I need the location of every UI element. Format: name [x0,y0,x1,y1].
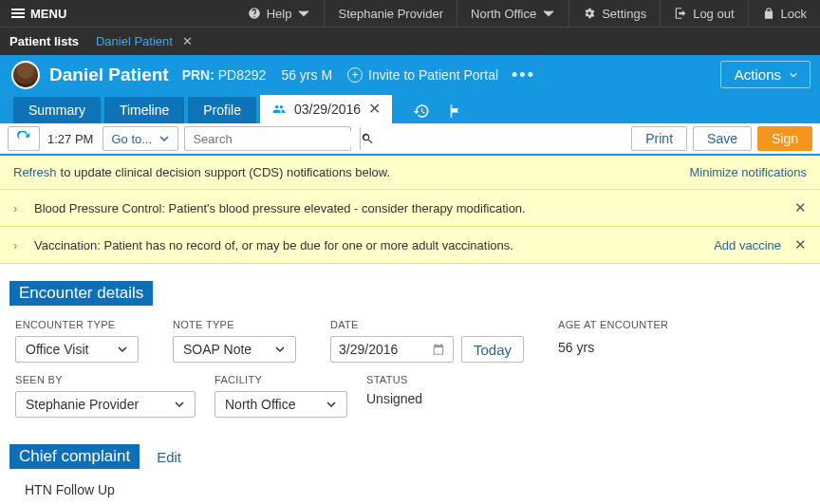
chief-complaint-heading: Chief complaint [9,444,140,469]
cds-row-vaccine: › Vaccination: Patient has no record of,… [0,227,820,264]
chief-complaint-value: HTN Follow Up [0,469,820,497]
help-label: Help [267,7,292,21]
history-icon[interactable] [413,103,430,120]
edit-chief-complaint-link[interactable]: Edit [157,449,181,465]
refresh-icon [16,131,31,146]
note-type-label: NOTE TYPE [173,319,296,330]
patient-age-sex: 56 yrs M [281,67,332,83]
status-value: Unsigned [366,391,422,406]
main-menu-button[interactable]: MENU [0,0,78,27]
cds-row-bp: › Blood Pressure Control: Patient's bloo… [0,190,820,227]
chevron-down-icon [117,344,128,355]
menu-label: MENU [30,7,66,21]
date-label: DATE [330,319,524,330]
hamburger-icon [11,9,25,18]
lock-icon [762,7,775,20]
save-button[interactable]: Save [693,126,752,151]
lock-label: Lock [781,7,807,21]
patient-lists-tab[interactable]: Patient lists [9,34,79,48]
gear-icon [583,7,596,20]
encounter-date-label: 03/29/2016 [294,102,361,117]
search-button[interactable] [360,127,374,150]
sign-button[interactable]: Sign [757,126,812,151]
tab-timeline[interactable]: Timeline [104,97,184,123]
search-field[interactable] [184,126,351,151]
people-icon [271,103,287,116]
patient-name: Daniel Patient [49,65,169,85]
facility-select[interactable]: North Office [214,391,347,418]
seen-by-value: Stephanie Provider [26,397,139,412]
minimize-notifications-link[interactable]: Minimize notifications [689,165,807,179]
encounter-details-heading: Encounter details [9,281,153,306]
chevron-right-icon[interactable]: › [13,201,23,215]
patient-avatar [11,61,40,89]
encounter-date-input[interactable]: 3/29/2016 [330,336,454,363]
lock-button[interactable]: Lock [748,0,820,27]
goto-label: Go to... [111,132,152,146]
age-at-encounter-label: AGE AT ENCOUNTER [558,319,668,330]
office-menu[interactable]: North Office [457,0,568,27]
status-label: STATUS [366,374,422,385]
help-menu[interactable]: Help [234,0,325,27]
close-tab-button[interactable]: ✕ [182,34,193,48]
office-name: North Office [471,7,536,21]
chevron-down-icon [158,133,170,144]
settings-label: Settings [602,7,646,21]
prn-value: PD8292 [218,67,267,83]
time-label: 1:27 PM [47,132,93,146]
calendar-icon [432,343,445,356]
chevron-down-icon [174,399,185,410]
tab-encounter[interactable]: 03/29/2016 ✕ [260,94,392,123]
chevron-right-icon[interactable]: › [13,238,23,252]
invite-portal-button[interactable]: + Invite to Patient Portal [347,67,498,83]
dismiss-button[interactable]: ✕ [794,236,807,253]
prn-label: PRN: [182,67,214,83]
goto-dropdown[interactable]: Go to... [102,126,178,151]
search-icon [361,132,374,145]
actions-button[interactable]: Actions [720,61,811,88]
tab-summary[interactable]: Summary [13,97,101,123]
chevron-down-icon [326,399,337,410]
logout-label: Log out [693,7,734,21]
chevron-down-icon [297,7,310,20]
logout-button[interactable]: Log out [660,0,747,27]
refresh-button[interactable] [8,126,40,151]
print-button[interactable]: Print [631,126,687,151]
note-type-select[interactable]: SOAP Note [173,336,296,363]
settings-button[interactable]: Settings [568,0,660,27]
close-encounter-tab[interactable]: ✕ [368,100,381,118]
note-type-value: SOAP Note [183,342,252,357]
today-button[interactable]: Today [461,336,524,363]
seen-by-label: SEEN BY [15,374,196,385]
facility-value: North Office [225,397,295,412]
seen-by-select[interactable]: Stephanie Provider [15,391,196,418]
provider-menu[interactable]: Stephanie Provider [324,0,457,27]
cds-refresh-tail: to update clinical decision support (CDS… [61,165,391,179]
encounter-date-value: 3/29/2016 [339,342,398,357]
age-at-encounter-value: 56 yrs [558,336,668,355]
patient-prn: PRN: PD8292 [182,67,267,83]
add-vaccine-link[interactable]: Add vaccine [714,238,781,252]
chevron-down-icon [274,344,286,355]
encounter-type-value: Office Visit [26,342,88,357]
facility-label: FACILITY [214,374,347,385]
encounter-type-select[interactable]: Office Visit [15,336,139,363]
dismiss-button[interactable]: ✕ [794,199,807,216]
flag-icon[interactable] [447,103,464,120]
cds-message: Vaccination: Patient has no record of, o… [34,238,714,252]
cds-message: Blood Pressure Control: Patient's blood … [34,201,794,215]
chevron-down-icon [789,70,798,80]
logout-icon [674,7,687,20]
cds-banner: Refresh to update clinical decision supp… [0,156,820,190]
invite-label: Invite to Patient Portal [368,67,498,83]
cds-refresh-link[interactable]: Refresh [13,165,57,179]
help-icon [248,7,261,20]
patient-more-button[interactable]: ••• [512,65,535,85]
encounter-type-label: ENCOUNTER TYPE [15,319,139,330]
search-input[interactable] [185,132,360,146]
patient-tab-active[interactable]: Daniel Patient [96,34,173,48]
tab-profile[interactable]: Profile [188,97,256,123]
chevron-down-icon [542,7,555,20]
plus-circle-icon: + [347,67,363,83]
provider-name: Stephanie Provider [338,7,443,21]
